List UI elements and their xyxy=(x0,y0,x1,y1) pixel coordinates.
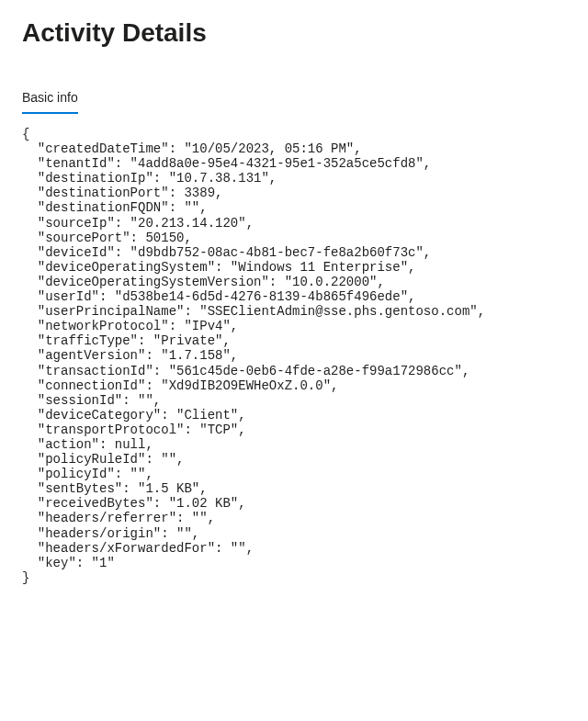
tab-basic-info[interactable]: Basic info xyxy=(22,84,78,114)
tabs-container: Basic info xyxy=(22,84,566,114)
activity-details-json: { ″createdDateTime″: ″10/05/2023, 05:16 … xyxy=(22,127,566,585)
page-title: Activity Details xyxy=(22,18,566,48)
